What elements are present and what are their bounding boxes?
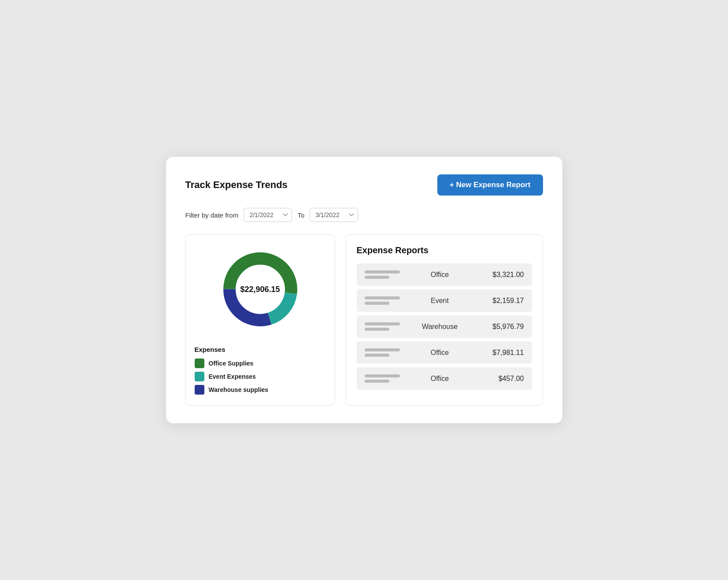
bar-line <box>365 302 389 305</box>
chart-panel: $22,906.15 Expenses Office Supplies Even… <box>185 234 335 406</box>
bar-line <box>365 276 389 279</box>
filter-label: Filter by date from <box>185 211 239 219</box>
legend-item-office: Office Supplies <box>195 358 269 368</box>
bar-line <box>365 354 389 357</box>
row-category: Office <box>407 349 473 357</box>
bar-line <box>365 374 400 377</box>
table-row[interactable]: Office $7,981.11 <box>357 341 532 364</box>
date-to-select[interactable]: 3/1/2022 <box>310 208 358 222</box>
svg-point-3 <box>237 266 284 313</box>
row-amount: $7,981.11 <box>480 349 524 357</box>
bar-line <box>365 328 389 331</box>
new-report-button[interactable]: + New Expense Report <box>437 174 543 196</box>
table-row[interactable]: Warehouse $5,976.79 <box>357 315 532 338</box>
report-rows: Office $3,321.00 Event $2,159.17 <box>357 263 532 393</box>
to-label: To <box>297 211 304 219</box>
filter-row: Filter by date from 2/1/2022 To 3/1/2022 <box>185 208 543 222</box>
row-icon-bars <box>365 296 400 305</box>
row-category: Office <box>407 375 473 383</box>
row-icon-bars <box>365 270 400 279</box>
page-header: Track Expense Trends + New Expense Repor… <box>185 174 543 196</box>
table-row[interactable]: Office $457.00 <box>357 367 532 390</box>
office-supplies-swatch <box>195 358 204 368</box>
table-row[interactable]: Office $3,321.00 <box>357 263 532 286</box>
table-row[interactable]: Event $2,159.17 <box>357 289 532 312</box>
reports-title: Expense Reports <box>357 245 532 255</box>
event-expenses-swatch <box>195 372 204 381</box>
warehouse-supplies-swatch <box>195 385 204 395</box>
row-amount: $2,159.17 <box>480 297 524 305</box>
legend-items: Office Supplies Event Expenses Warehouse… <box>195 358 269 395</box>
date-from-select[interactable]: 2/1/2022 <box>244 208 292 222</box>
reports-panel: Expense Reports Office $3,321.00 Event <box>346 234 543 406</box>
donut-chart: $22,906.15 <box>216 245 304 333</box>
legend-item-warehouse: Warehouse supplies <box>195 385 269 395</box>
row-amount: $457.00 <box>480 375 524 383</box>
bar-line <box>365 270 400 273</box>
event-expenses-label: Event Expenses <box>209 373 256 380</box>
row-icon-bars <box>365 348 400 357</box>
legend-item-event: Event Expenses <box>195 372 269 381</box>
row-amount: $3,321.00 <box>480 271 524 279</box>
main-card: Track Expense Trends + New Expense Repor… <box>166 157 562 423</box>
legend-title: Expenses <box>195 346 225 353</box>
row-category: Event <box>407 297 473 305</box>
row-icon-bars <box>365 374 400 383</box>
row-category: Warehouse <box>407 323 473 331</box>
bar-line <box>365 296 400 299</box>
bar-line <box>365 322 400 325</box>
page-title: Track Expense Trends <box>185 179 288 191</box>
bar-line <box>365 348 400 351</box>
warehouse-supplies-label: Warehouse supplies <box>209 386 269 393</box>
row-amount: $5,976.79 <box>480 323 524 331</box>
bar-line <box>365 380 389 383</box>
row-category: Office <box>407 271 473 279</box>
main-content: $22,906.15 Expenses Office Supplies Even… <box>185 234 543 406</box>
donut-chart-wrap: $22,906.15 <box>195 245 326 333</box>
row-icon-bars <box>365 322 400 331</box>
office-supplies-label: Office Supplies <box>209 360 254 367</box>
